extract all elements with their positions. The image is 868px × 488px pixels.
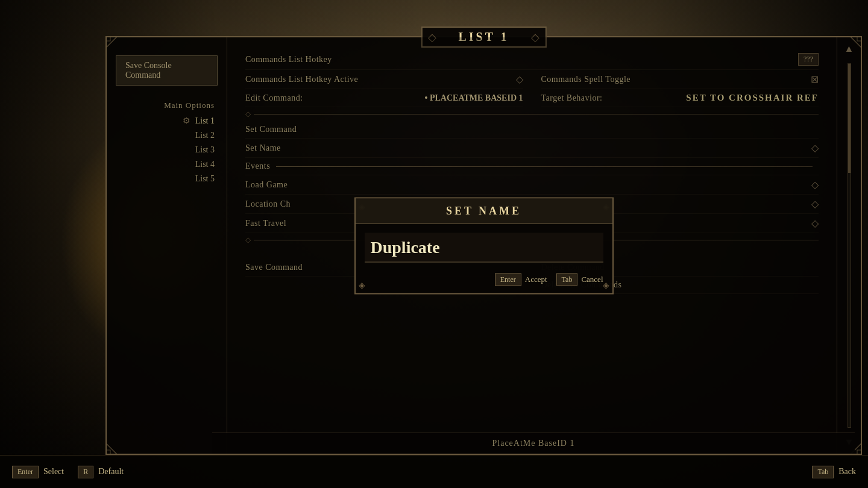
svg-marker-2 xyxy=(850,36,862,48)
set-name-row[interactable]: Set Name ◇ xyxy=(245,139,819,158)
sidebar-item-list5[interactable]: List 5 xyxy=(107,172,227,186)
spell-toggle-label: Commands Spell Toggle xyxy=(541,75,631,84)
dialog-corner-br: ◈ xyxy=(603,280,609,290)
dialog-cancel-button[interactable]: Tab Cancel xyxy=(556,273,603,286)
main-panel: LIST 1 Save Console Command Main Options… xyxy=(105,36,862,455)
scrollbar[interactable]: ▲ ▼ xyxy=(837,37,861,454)
edit-command-value: • PLACEATME BASEID 1 xyxy=(425,93,523,103)
r-key-status: R xyxy=(78,466,93,478)
tab-key-badge: Tab xyxy=(556,273,578,286)
sidebar-item-label: List 2 xyxy=(195,131,215,140)
set-name-diamond-icon: ◇ xyxy=(811,142,819,154)
svg-marker-4 xyxy=(105,443,118,455)
commands-list-hotkey-row: Commands List Hotkey ??? xyxy=(245,49,819,70)
svg-rect-7 xyxy=(857,450,862,455)
title-bar: LIST 1 xyxy=(421,27,546,48)
set-name-dialog: ◈ ◈ ◈ ◈ SET NAME Enter Accept Tab Cancel xyxy=(354,197,614,294)
sidebar-item-label: List 4 xyxy=(195,160,215,169)
svg-rect-5 xyxy=(105,450,110,455)
load-game-diamond: ◇ xyxy=(811,179,819,190)
line-track-1 xyxy=(254,114,819,114)
hotkey-active-label: Commands List Hotkey Active xyxy=(245,75,358,84)
bottom-center-panel: PlaceAtMe BaseID 1 xyxy=(212,433,855,454)
location-change-label: Location Ch xyxy=(245,199,291,209)
sidebar-item-label: List 3 xyxy=(195,145,215,155)
cross-diamond-icon: ⊠ xyxy=(811,74,819,85)
tab-key-status: Tab xyxy=(812,466,834,478)
status-hint-left: Enter Select R Default xyxy=(12,466,124,478)
gear-icon: ⚙ xyxy=(183,116,190,126)
load-game-label: Load Game xyxy=(245,180,288,190)
target-behavior-right: Target Behavior: SET TO CROSSHAIR REF xyxy=(541,89,819,107)
status-bar: Enter Select R Default Tab Back xyxy=(0,455,868,488)
edit-command-row: Edit Command: • PLACEATME BASEID 1 Targe… xyxy=(245,89,819,107)
fast-travel-diamond: ◇ xyxy=(811,217,819,229)
sidebar-item-list2[interactable]: List 2 xyxy=(107,128,227,143)
sidebar-item-list3[interactable]: List 3 xyxy=(107,143,227,157)
scroll-thumb xyxy=(848,64,851,173)
sidebar-item-list1[interactable]: ⚙ List 1 xyxy=(107,113,227,128)
fast-travel-label: Fast Travel xyxy=(245,219,286,228)
location-diamond: ◇ xyxy=(811,198,819,210)
events-label: Events xyxy=(245,161,270,171)
bottom-status-text: PlaceAtMe BaseID 1 xyxy=(492,439,575,448)
dialog-title-bar: SET NAME xyxy=(356,198,612,224)
set-command-row[interactable]: Set Command xyxy=(245,121,819,139)
svg-rect-3 xyxy=(857,36,862,41)
load-game-row[interactable]: Load Game ◇ xyxy=(245,175,819,195)
dialog-buttons: Enter Accept Tab Cancel xyxy=(356,268,612,293)
target-behavior-value: SET TO CROSSHAIR REF xyxy=(686,93,819,103)
save-console-button[interactable]: Save Console Command xyxy=(116,55,218,86)
cancel-label: Cancel xyxy=(581,275,603,284)
hotkey-active-left: Commands List Hotkey Active ◇ xyxy=(245,70,523,89)
accept-label: Accept xyxy=(525,275,547,284)
main-options-label: Main Options xyxy=(107,92,227,113)
events-row: Events xyxy=(245,158,819,175)
divider-1 xyxy=(245,107,819,121)
sidebar: Save Console Command Main Options ⚙ List… xyxy=(107,37,227,454)
target-behavior-label: Target Behavior: xyxy=(541,93,603,103)
svg-marker-0 xyxy=(105,36,118,48)
set-name-label: Set Name xyxy=(245,143,281,153)
edit-command-label: Edit Command: xyxy=(245,93,303,103)
enter-key-status: Enter xyxy=(12,466,39,478)
spell-toggle-right: Commands Spell Toggle ⊠ xyxy=(541,70,819,89)
dialog-accept-button[interactable]: Enter Accept xyxy=(495,273,547,286)
sidebar-item-list4[interactable]: List 4 xyxy=(107,157,227,172)
corner-bl xyxy=(105,437,124,455)
select-label: Select xyxy=(43,467,64,477)
dialog-name-input[interactable] xyxy=(365,233,603,262)
svg-rect-1 xyxy=(105,36,110,41)
default-label: Default xyxy=(98,467,124,477)
scroll-track[interactable] xyxy=(848,63,851,428)
sidebar-item-label: List 5 xyxy=(195,174,215,184)
set-command-label: Set Command xyxy=(245,125,297,134)
corner-tr xyxy=(844,36,862,54)
edit-command-left: Edit Command: • PLACEATME BASEID 1 xyxy=(245,89,523,107)
dialog-corner-bl: ◈ xyxy=(359,280,365,290)
dialog-input-area xyxy=(356,224,612,268)
sidebar-item-label: List 1 xyxy=(195,116,215,126)
events-line xyxy=(276,166,813,167)
corner-tl xyxy=(105,36,124,54)
back-label: Back xyxy=(838,467,856,477)
save-command-label: Save Command xyxy=(245,263,303,272)
hotkey-active-row: Commands List Hotkey Active ◇ Commands S… xyxy=(245,70,819,89)
status-hint-right: Tab Back xyxy=(812,466,856,478)
commands-list-hotkey-badge[interactable]: ??? xyxy=(798,53,819,66)
enter-key-badge: Enter xyxy=(495,273,521,286)
commands-list-hotkey-label: Commands List Hotkey xyxy=(245,55,332,64)
dialog-title: SET NAME xyxy=(446,204,521,216)
diamond-icon: ◇ xyxy=(516,74,523,85)
panel-title: LIST 1 xyxy=(458,30,509,43)
